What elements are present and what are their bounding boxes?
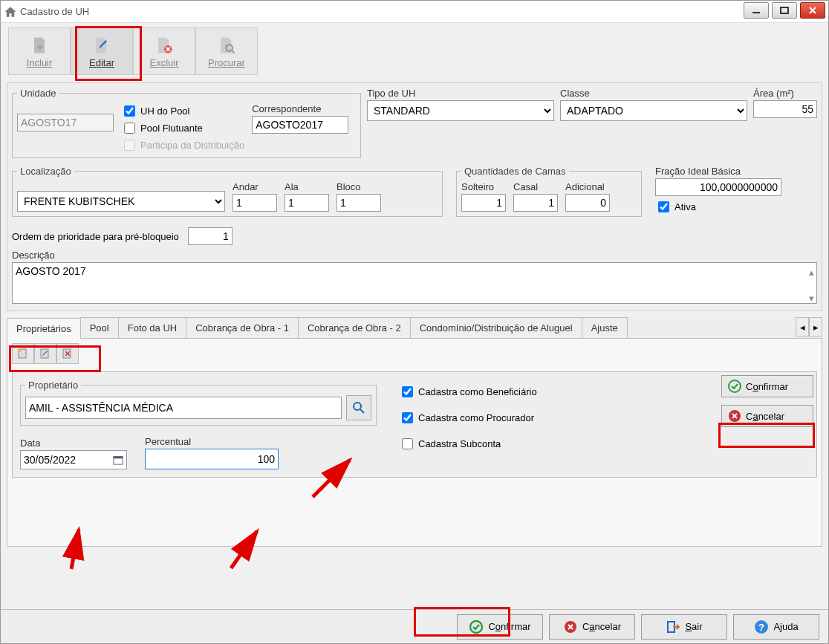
proprietario-input[interactable] [25, 397, 342, 419]
solteiro-label: Solteiro [461, 181, 506, 192]
mini-delete-button[interactable] [56, 343, 79, 364]
search-icon [351, 400, 366, 415]
document-new-icon [29, 35, 50, 56]
subform-confirmar-button[interactable]: Confirmar [721, 375, 813, 397]
participa-checkbox: Participa da Distribuição [121, 137, 244, 153]
main-toolbar: Incluir Editar Excluir Procurar [1, 23, 828, 77]
bloco-label: Bloco [337, 181, 381, 192]
check-circle-icon [728, 380, 741, 393]
procurar-label: Procurar [208, 57, 245, 68]
unidade-input [17, 114, 114, 131]
cadastra-subconta-checkbox[interactable]: Cadastra Subconta [399, 436, 537, 452]
ala-input[interactable] [285, 194, 329, 212]
cadastra-procurador-checkbox[interactable]: Cadastra como Procurador [399, 410, 537, 426]
document-edit-small-icon [39, 348, 51, 360]
proprietario-search-button[interactable] [346, 395, 371, 420]
descricao-textarea[interactable]: AGOSTO 2017 [12, 262, 817, 304]
window-title: Cadastro de UH [20, 6, 89, 17]
tab-body-proprietarios: Proprietário Data [7, 339, 822, 547]
excluir-button[interactable]: Excluir [133, 27, 195, 75]
document-new-small-icon [17, 348, 29, 360]
title-bar: Cadastro de UH [1, 1, 828, 23]
bottom-cancelar-button[interactable]: Cancelar [549, 614, 635, 640]
document-delete-small-icon [62, 348, 74, 360]
svg-rect-1 [781, 7, 788, 13]
data-field[interactable] [20, 450, 127, 469]
editar-label: Editar [89, 57, 114, 68]
check-circle-icon [469, 619, 484, 634]
svg-point-5 [19, 349, 22, 352]
solteiro-input[interactable] [461, 194, 506, 212]
uh-pool-checkbox[interactable]: UH do Pool [121, 103, 244, 119]
svg-rect-0 [752, 12, 760, 13]
form-panel: Unidade UH do Pool Pool Flutuante Partic… [7, 82, 822, 311]
tab-scroll-left[interactable]: ◂ [796, 317, 809, 336]
adicional-label: Adicional [565, 181, 610, 192]
svg-text:?: ? [758, 622, 764, 633]
percentual-input[interactable] [145, 449, 279, 469]
procurar-button[interactable]: Procurar [195, 27, 258, 75]
mini-new-button[interactable] [12, 343, 34, 364]
tab-foto[interactable]: Foto da UH [118, 317, 186, 338]
localizacao-legend: Localização [17, 166, 74, 177]
ativa-checkbox[interactable]: Ativa [655, 199, 781, 215]
tab-ajuste[interactable]: Ajuste [582, 317, 628, 338]
fracao-input[interactable] [655, 178, 781, 196]
bloco-input[interactable] [337, 194, 381, 212]
andar-label: Andar [233, 181, 277, 192]
unidade-legend: Unidade [17, 88, 59, 99]
editar-button[interactable]: Editar [71, 27, 133, 75]
correspondente-input[interactable] [252, 116, 348, 134]
incluir-label: Incluir [27, 57, 53, 68]
ala-label: Ala [285, 181, 329, 192]
localizacao-select[interactable]: FRENTE KUBITSCHEK [17, 191, 225, 212]
classe-label: Classe [560, 88, 747, 99]
tipo-uh-select[interactable]: STANDARD [367, 100, 554, 121]
close-button[interactable] [800, 2, 825, 19]
bottom-ajuda-button[interactable]: ? Ajuda [733, 614, 819, 640]
home-icon [4, 5, 17, 19]
x-circle-icon [563, 619, 578, 634]
proprietario-legend: Proprietário [25, 380, 81, 391]
incluir-button[interactable]: Incluir [8, 27, 71, 75]
data-input[interactable] [21, 451, 110, 469]
tab-condominio[interactable]: Condomínio/Distribuição de Aluguel [410, 317, 582, 338]
correspondente-label: Correspondente [252, 103, 348, 114]
fracao-label: Fração Ideal Básica [655, 166, 781, 177]
adicional-input[interactable] [565, 194, 610, 212]
bottom-sair-button[interactable]: Sair [641, 614, 727, 640]
minimize-button[interactable] [744, 2, 769, 19]
andar-input[interactable] [233, 194, 277, 212]
camas-legend: Quantidades de Camas [461, 166, 569, 177]
bottom-bar: Confirmar Cancelar Sair ? Ajuda [1, 609, 828, 643]
area-label: Área (m²) [753, 88, 817, 99]
pool-flutuante-checkbox[interactable]: Pool Flutuante [121, 120, 244, 136]
document-delete-icon [154, 35, 175, 56]
calendar-icon[interactable] [110, 452, 126, 468]
svg-point-11 [729, 380, 741, 392]
document-edit-icon [91, 35, 112, 56]
help-icon: ? [754, 619, 769, 634]
maximize-button[interactable] [772, 2, 797, 19]
ordem-input[interactable] [188, 227, 233, 245]
bottom-confirmar-button[interactable]: Confirmar [457, 614, 543, 640]
subform-cancelar-button[interactable]: Cancelar [721, 405, 813, 427]
tab-scroll-right[interactable]: ▸ [809, 317, 822, 336]
svg-rect-10 [114, 457, 123, 459]
tab-proprietarios[interactable]: Proprietários [7, 318, 81, 339]
area-input[interactable] [753, 100, 817, 118]
casal-input[interactable] [513, 194, 558, 212]
cadastra-beneficiario-checkbox[interactable]: Cadastra como Beneficiário [399, 384, 537, 400]
x-circle-icon [728, 409, 741, 423]
data-label: Data [20, 438, 127, 449]
mini-edit-button[interactable] [34, 343, 56, 364]
tab-strip: Proprietários Pool Foto da UH Cobrança d… [7, 317, 822, 339]
percentual-label: Percentual [145, 436, 279, 447]
classe-select[interactable]: ADAPTADO [560, 100, 747, 121]
tipo-uh-label: Tipo de UH [367, 88, 554, 99]
tab-cobranca1[interactable]: Cobrança de Obra - 1 [186, 317, 299, 338]
document-search-icon [216, 35, 237, 56]
tab-cobranca2[interactable]: Cobrança de Obra - 2 [298, 317, 411, 338]
excluir-label: Excluir [149, 57, 178, 68]
tab-pool[interactable]: Pool [80, 317, 119, 338]
